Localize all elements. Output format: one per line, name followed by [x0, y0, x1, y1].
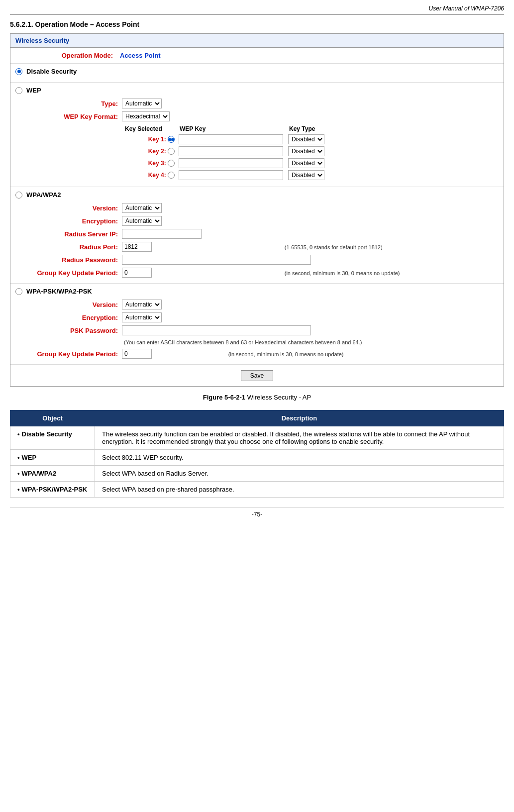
col-object-header: Object: [10, 410, 95, 426]
description-table: Object Description •Disable Security The…: [10, 410, 504, 498]
psk-encryption-label: Encryption:: [30, 311, 120, 324]
desc-object-2: •WPA/WPA2: [10, 466, 95, 482]
radius-port-input[interactable]: [122, 242, 152, 252]
desc-object-3: •WPA-PSK/WPA2-PSK: [10, 482, 95, 498]
desc-object-1: •WEP: [10, 450, 95, 466]
operation-mode-value: Access Point: [120, 52, 161, 59]
radius-pw-input[interactable]: [122, 255, 311, 265]
col-key-selected: Key Selected: [122, 124, 177, 133]
wep-key-format-label: WEP Key Format:: [30, 110, 120, 123]
wpa2-version-select[interactable]: Automatic: [122, 203, 162, 213]
desc-description-0: The wireless security function can be en…: [95, 426, 504, 450]
wep-label: WEP: [26, 87, 41, 94]
wep-key-row-1: Key 1: Disabled 64-bit 128-bit: [122, 133, 336, 145]
psk-hint: (You can enter ASCII characters between …: [122, 338, 364, 346]
operation-mode-row: Operation Mode: Access Point: [10, 48, 504, 64]
radius-ip-row: Radius Server IP:: [30, 227, 514, 240]
radius-pw-row: Radius Password:: [30, 253, 514, 266]
wep-key-row-2: Key 2: Disabled 64-bit 128-bit: [122, 145, 336, 157]
radius-ip-label: Radius Server IP:: [30, 227, 120, 240]
desc-row-3: •WPA-PSK/WPA2-PSK Select WPA based on pr…: [10, 482, 504, 498]
radius-ip-input[interactable]: [122, 229, 202, 239]
psk-group-key-row: Group Key Update Period: (in second, min…: [30, 347, 514, 360]
key-2-input[interactable]: [179, 146, 283, 156]
wireless-security-body: Operation Mode: Access Point Disable Sec…: [10, 48, 504, 386]
key-1-input[interactable]: [179, 134, 283, 144]
wep-keys-header-row: Key Selected WEP Key Key Type Key 1:: [30, 123, 514, 183]
key-3-input[interactable]: [179, 158, 283, 168]
disable-security-radio[interactable]: [15, 68, 22, 75]
psk-group-key-label: Group Key Update Period:: [30, 347, 120, 360]
key-1-label: Key 1:: [122, 133, 177, 145]
wpa-wpa2-header: WPA/WPA2: [15, 191, 499, 199]
radius-port-row: Radius Port: (1-65535, 0 stands for defa…: [30, 240, 514, 253]
key-1-radio[interactable]: [168, 136, 175, 143]
figure-caption-text: Wireless Security - AP: [245, 394, 311, 401]
wpa2-group-key-input[interactable]: [122, 268, 152, 278]
wep-header: WEP: [15, 87, 499, 94]
disable-security-section: Disable Security: [10, 64, 504, 83]
wpa-wpa2-section: WPA/WPA2 Version: Automatic Encryption:: [10, 187, 504, 284]
key-3-type-select[interactable]: Disabled 64-bit 128-bit: [288, 158, 324, 168]
wep-type-row: Type: Automatic: [30, 97, 514, 110]
wpa-wpa2-form-table: Version: Automatic Encryption: Automatic: [30, 202, 514, 279]
psk-encryption-select[interactable]: Automatic: [122, 312, 162, 322]
wep-type-select[interactable]: Automatic: [122, 99, 162, 108]
desc-object-0: •Disable Security: [10, 426, 95, 450]
wpa-psk-section: WPA-PSK/WPA2-PSK Version: Automatic Encr…: [10, 284, 504, 365]
wep-key-row-4: Key 4: Disabled 64-bit 128-bit: [122, 169, 336, 181]
psk-pw-row: PSK Password:: [30, 324, 514, 337]
key-4-radio[interactable]: [168, 172, 175, 179]
col-key-type: Key Type: [286, 124, 336, 133]
psk-group-key-input[interactable]: [122, 349, 152, 359]
operation-mode-label: Operation Mode:: [20, 52, 120, 59]
page-header: User Manual of WNAP-7206: [10, 5, 504, 14]
key-2-label: Key 2:: [122, 145, 177, 157]
wpa2-encryption-select[interactable]: Automatic: [122, 216, 162, 226]
key-4-input[interactable]: [179, 170, 283, 180]
wireless-security-header: Wireless Security: [10, 34, 504, 48]
wpa2-encryption-label: Encryption:: [30, 214, 120, 227]
desc-row-2: •WPA/WPA2 Select WPA based on Radius Ser…: [10, 466, 504, 482]
wpa2-version-label: Version:: [30, 202, 120, 214]
key-4-type-select[interactable]: Disabled 64-bit 128-bit: [288, 170, 324, 180]
desc-row-0: •Disable Security The wireless security …: [10, 426, 504, 450]
psk-group-key-hint: (in second, minimum is 30, 0 means no up…: [228, 351, 344, 357]
figure-caption-bold: Figure 5-6-2-1: [203, 394, 245, 401]
desc-description-2: Select WPA based on Radius Server.: [95, 466, 504, 482]
figure-caption: Figure 5-6-2-1 Wireless Security - AP: [10, 394, 504, 401]
wpa-psk-radio[interactable]: [15, 288, 22, 295]
key-1-type-select[interactable]: Disabled 64-bit 128-bit: [288, 134, 324, 144]
psk-encryption-row: Encryption: Automatic: [30, 311, 514, 324]
radius-port-hint: (1-65535, 0 stands for default port 1812…: [285, 244, 383, 250]
wpa2-version-row: Version: Automatic: [30, 202, 514, 214]
wep-radio[interactable]: [15, 87, 22, 94]
save-row: Save: [10, 365, 504, 386]
wep-section: WEP Type: Automatic WEP Key Format:: [10, 83, 504, 187]
psk-pw-input[interactable]: [122, 325, 311, 335]
wep-key-format-select[interactable]: Hexadecimal: [122, 111, 170, 121]
disable-security-label: Disable Security: [26, 68, 77, 75]
radius-port-label: Radius Port:: [30, 240, 120, 253]
wep-type-label: Type:: [30, 97, 120, 110]
wep-key-format-row: WEP Key Format: Hexadecimal: [30, 110, 514, 123]
desc-row-1: •WEP Select 802.11 WEP security.: [10, 450, 504, 466]
save-button[interactable]: Save: [241, 370, 273, 381]
desc-table-header: Object Description: [10, 410, 504, 426]
wep-form-table: Type: Automatic WEP Key Format: Hexadeci…: [30, 97, 514, 183]
wep-keys-header: Key Selected WEP Key Key Type: [122, 124, 336, 133]
disable-security-header: Disable Security: [15, 68, 499, 75]
key-3-radio[interactable]: [168, 160, 175, 167]
col-description-header: Description: [95, 410, 504, 426]
wpa-wpa2-label: WPA/WPA2: [26, 191, 61, 199]
key-2-type-select[interactable]: Disabled 64-bit 128-bit: [288, 146, 324, 156]
psk-version-select[interactable]: Automatic: [122, 300, 162, 309]
wpa-psk-header: WPA-PSK/WPA2-PSK: [15, 288, 499, 295]
psk-hint-row: (You can enter ASCII characters between …: [30, 337, 514, 347]
wireless-security-box: Wireless Security Operation Mode: Access…: [10, 33, 504, 387]
radius-pw-label: Radius Password:: [30, 253, 120, 266]
desc-description-3: Select WPA based on pre-shared passphras…: [95, 482, 504, 498]
wpa2-encryption-row: Encryption: Automatic: [30, 214, 514, 227]
wpa-wpa2-radio[interactable]: [15, 192, 22, 199]
key-2-radio[interactable]: [168, 148, 175, 155]
